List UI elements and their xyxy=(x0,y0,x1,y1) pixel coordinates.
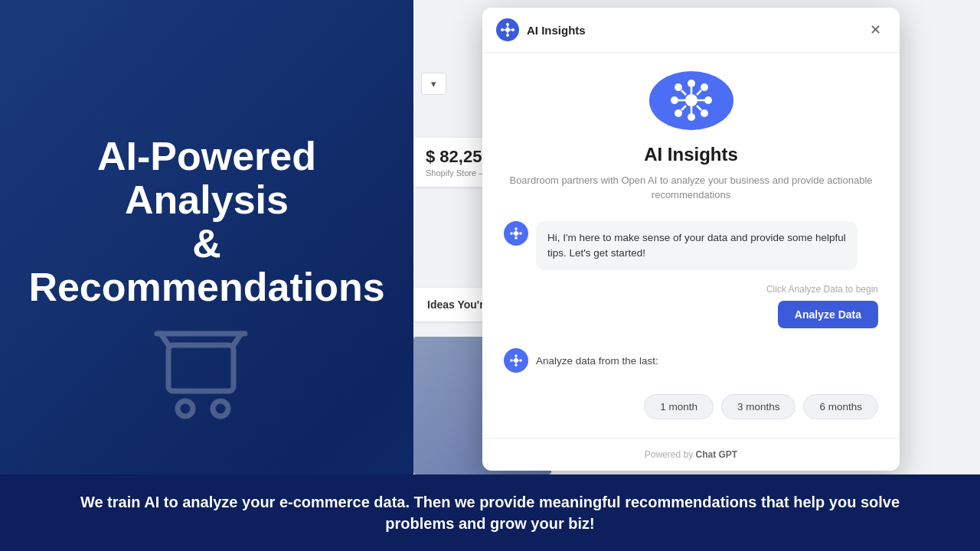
svg-point-18 xyxy=(701,109,708,117)
svg-line-25 xyxy=(681,90,686,95)
svg-point-38 xyxy=(514,358,518,363)
svg-point-16 xyxy=(704,96,712,104)
svg-point-13 xyxy=(688,80,695,87)
svg-point-31 xyxy=(514,236,518,240)
svg-point-20 xyxy=(675,109,682,117)
time-btn-1-month[interactable]: 1 month xyxy=(644,394,714,419)
shopify-dropdown: ▾ xyxy=(421,73,446,95)
svg-point-15 xyxy=(671,96,678,104)
svg-point-30 xyxy=(514,227,518,230)
svg-point-2 xyxy=(213,401,228,416)
footer-powered-by: Powered by xyxy=(645,449,693,460)
modal-footer: Powered by Chat GPT xyxy=(482,438,900,471)
modal-title: AI Insights xyxy=(527,24,586,37)
bottom-bar: We train AI to analyze your e-commerce d… xyxy=(0,474,980,551)
analyze-section: Click Analyze Data to begin Analyze Data xyxy=(504,284,878,328)
footer-brand: Chat GPT xyxy=(696,449,738,460)
chat-avatar-2 xyxy=(504,348,528,373)
svg-point-39 xyxy=(514,354,518,357)
modal-heading: AI Insights xyxy=(644,144,738,165)
svg-rect-0 xyxy=(168,345,234,391)
chat-area: Hi, I'm here to make sense of your data … xyxy=(504,221,878,420)
svg-point-6 xyxy=(501,28,504,31)
bottom-text: We train AI to analyze your e-commerce d… xyxy=(61,491,919,534)
svg-point-42 xyxy=(519,359,522,362)
chat-bubble-1: Hi, I'm here to make sense of your data … xyxy=(536,221,858,271)
svg-point-14 xyxy=(688,113,695,121)
svg-point-33 xyxy=(519,232,522,235)
time-btn-3-months[interactable]: 3 months xyxy=(721,394,796,419)
analyze-data-button[interactable]: Analyze Data xyxy=(778,301,878,328)
svg-point-7 xyxy=(511,28,514,31)
modal-body: AI Insights Boardroom partners with Open… xyxy=(482,53,900,438)
ai-icon-circle xyxy=(649,71,733,130)
time-btn-6-months[interactable]: 6 months xyxy=(803,394,878,419)
svg-point-32 xyxy=(510,232,513,235)
svg-point-41 xyxy=(510,359,513,362)
hero-panel: AI-PoweredAnalysis&Recommendations xyxy=(0,0,413,474)
modal-subtext: Boardroom partners with Open AI to analy… xyxy=(504,173,878,203)
svg-line-28 xyxy=(681,106,686,110)
svg-line-26 xyxy=(697,106,701,110)
modal-header-left: AI Insights xyxy=(496,18,586,41)
hero-title: AI-PoweredAnalysis&Recommendations xyxy=(28,135,384,310)
svg-point-4 xyxy=(506,23,509,26)
chat-message-1: Hi, I'm here to make sense of your data … xyxy=(504,221,878,271)
time-period-buttons: 1 month 3 months 6 months xyxy=(504,394,878,419)
modal-close-button[interactable]: ✕ xyxy=(864,19,886,41)
chat-message-2: Analyze data from the last: xyxy=(504,348,878,373)
svg-point-40 xyxy=(514,364,518,367)
svg-point-29 xyxy=(514,231,518,236)
analyze-prompt-label: Analyze data from the last: xyxy=(536,355,658,367)
chat-avatar-1 xyxy=(504,221,528,246)
analyze-hint: Click Analyze Data to begin xyxy=(504,284,878,295)
svg-line-27 xyxy=(697,90,701,95)
svg-point-5 xyxy=(506,34,509,37)
svg-point-3 xyxy=(505,28,510,32)
svg-point-12 xyxy=(685,94,697,106)
modal-logo-icon xyxy=(496,18,519,41)
modal-header: AI Insights ✕ xyxy=(482,8,900,53)
svg-point-17 xyxy=(675,83,682,91)
svg-point-19 xyxy=(701,83,708,91)
svg-point-1 xyxy=(178,401,193,416)
cart-icon-watermark xyxy=(153,326,260,429)
ai-insights-modal: AI Insights ✕ xyxy=(482,8,900,471)
